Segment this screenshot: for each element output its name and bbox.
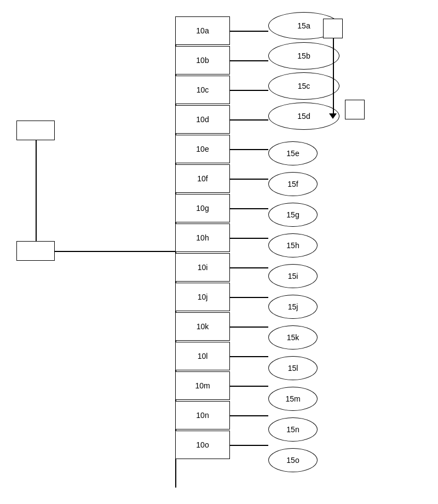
- ellipse-15i: 15i: [268, 264, 318, 288]
- cell-row-10d: 10d: [175, 105, 230, 134]
- cell-box-10l: 10l: [175, 342, 230, 370]
- cell-row-10i: 10i: [175, 253, 230, 282]
- cell-box-10j: 10j: [175, 283, 230, 311]
- cell-row-10b: 10b: [175, 46, 230, 75]
- cell-row-10g: 10g: [175, 194, 230, 222]
- ellipse-15l: 15l: [268, 356, 318, 380]
- connector-single-10: [230, 445, 268, 446]
- ellipse-15o: 15o: [268, 448, 318, 472]
- cell-box-10n: 10n: [175, 401, 230, 429]
- cell-row-10f: 10f: [175, 164, 230, 193]
- cell-box-10k: 10k: [175, 312, 230, 341]
- ellipse-15n: 15n: [268, 417, 318, 442]
- connector-single-2: [230, 208, 268, 209]
- agw-box: [16, 241, 55, 261]
- ellipse-15k: 15k: [268, 325, 318, 350]
- bmsc-agw-connector: [36, 140, 37, 241]
- box-20a: [323, 19, 343, 38]
- single-ellipses-container: 15e15f15g15h15i15j15k15l15m15n15o: [268, 141, 318, 479]
- connector-single-6: [230, 327, 268, 328]
- ellipse-15h: 15h: [268, 233, 318, 257]
- cell-row-10e: 10e: [175, 135, 230, 163]
- connector-single-5: [230, 297, 268, 298]
- cell-row-10h: 10h: [175, 224, 230, 252]
- agw-main-connector: [55, 251, 175, 252]
- connector-stacked-0: [230, 31, 268, 32]
- cell-row-10n: 10n: [175, 401, 230, 429]
- diagram: 10a10b10c10d10e10f10g10h10i10j10k10l10m1…: [0, 0, 438, 504]
- ellipse-15m: 15m: [268, 387, 318, 411]
- cells-container: 10a10b10c10d10e10f10g10h10i10j10k10l10m1…: [175, 16, 230, 460]
- cell-box-10g: 10g: [175, 194, 230, 222]
- connector-stacked-1: [230, 60, 268, 61]
- stack-arrow: [329, 113, 337, 119]
- connector-single-3: [230, 238, 268, 239]
- connector-single-7: [230, 356, 268, 357]
- cell-box-10f: 10f: [175, 164, 230, 193]
- connector-single-9: [230, 415, 268, 416]
- cell-box-10c: 10c: [175, 76, 230, 104]
- connector-single-0: [230, 149, 268, 150]
- cell-row-10a: 10a: [175, 16, 230, 45]
- cell-row-10k: 10k: [175, 312, 230, 341]
- cell-box-10d: 10d: [175, 105, 230, 134]
- connector-single-1: [230, 179, 268, 180]
- stacked-ellipses-group: 15a 15b 15c 15d: [268, 12, 389, 138]
- cell-box-10h: 10h: [175, 224, 230, 252]
- cell-box-10a: 10a: [175, 16, 230, 45]
- ellipse-15c: 15c: [268, 72, 339, 100]
- bmsc-box: [16, 121, 55, 140]
- ellipse-15j: 15j: [268, 295, 318, 319]
- cell-row-10o: 10o: [175, 431, 230, 459]
- connector-stacked-2: [230, 90, 268, 91]
- cell-box-10o: 10o: [175, 431, 230, 459]
- cell-box-10m: 10m: [175, 371, 230, 400]
- connector-single-4: [230, 267, 268, 268]
- cell-row-10l: 10l: [175, 342, 230, 370]
- box-20b: [345, 100, 365, 119]
- ellipse-15g: 15g: [268, 203, 318, 227]
- cell-box-10e: 10e: [175, 135, 230, 163]
- cell-row-10c: 10c: [175, 76, 230, 104]
- cell-box-10i: 10i: [175, 253, 230, 282]
- connector-single-8: [230, 386, 268, 387]
- cell-box-10b: 10b: [175, 46, 230, 75]
- ellipse-15f: 15f: [268, 172, 318, 196]
- stack-connector-line: [333, 31, 334, 116]
- cell-row-10m: 10m: [175, 371, 230, 400]
- ellipse-15b: 15b: [268, 42, 339, 70]
- connector-stacked-3: [230, 119, 268, 121]
- cell-row-10j: 10j: [175, 283, 230, 311]
- ellipse-15e: 15e: [268, 141, 318, 165]
